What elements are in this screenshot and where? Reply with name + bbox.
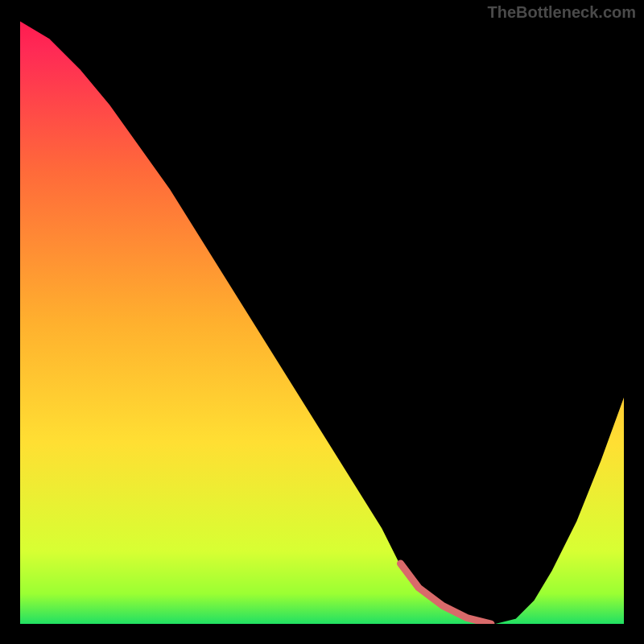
watermark-text: TheBottleneck.com bbox=[488, 3, 636, 22]
chart-container bbox=[20, 20, 624, 624]
curve-canvas bbox=[20, 20, 624, 624]
